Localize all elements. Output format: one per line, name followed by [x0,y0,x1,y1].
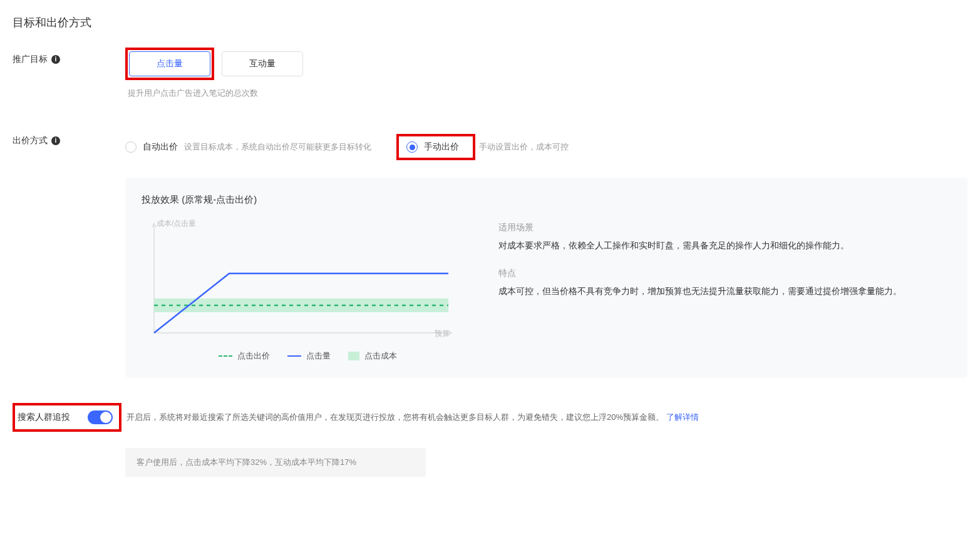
tab-click-volume[interactable]: 点击量 [129,51,210,76]
feature-text: 成本可控，但当价格不具有竞争力时，增加预算也无法提升流量获取能力，需要通过提价增… [498,283,951,300]
learn-more-link[interactable]: 了解详情 [666,412,699,422]
promo-target-label: 推广目标 i [13,48,125,65]
scenario-text: 对成本要求严格，依赖全人工操作和实时盯盘，需具备充足的操作人力和细化的操作能力。 [498,237,951,254]
chart-legend: 点击出价 点击量 点击成本 [142,350,473,362]
search-retarget-toggle[interactable] [88,410,113,424]
feature-label: 特点 [498,265,951,282]
radio-icon [406,141,418,153]
radio-manual-bid[interactable]: 手动出价 [400,138,472,156]
highlight-search-retarget: 搜索人群追投 [13,403,121,432]
info-icon[interactable]: i [51,55,60,64]
search-retarget-label: 搜索人群追投 [18,412,70,423]
highlight-manual-bid: 手动出价 [396,134,475,160]
section-title: 目标和出价方式 [13,15,967,30]
effect-title: 投放效果 (原常规-点击出价) [142,194,473,206]
radio-icon [125,141,137,153]
effect-panel: 投放效果 (原常规-点击出价) 成本/点击量 [125,178,967,378]
effect-chart: 成本/点击量 预算 [142,217,455,339]
info-icon[interactable]: i [51,136,60,145]
tab-engagement-volume[interactable]: 互动量 [222,51,303,76]
search-retarget-desc: 开启后，系统将对最近搜索了所选关键词的高价值用户，在发现页进行投放，您将有机会触… [126,410,699,424]
chart-svg [142,217,455,339]
scenario-label: 适用场景 [498,219,951,236]
search-retarget-stats: 客户使用后，点击成本平均下降32%，互动成本平均下降17% [125,448,426,477]
highlight-promo-target: 点击量 [125,48,214,80]
radio-auto-bid[interactable]: 自动出价 设置目标成本，系统自动出价尽可能获更多目标转化 [125,141,371,153]
bid-method-label: 出价方式 i [13,129,125,146]
promo-target-desc: 提升用户点击广告进入笔记的总次数 [128,88,967,99]
